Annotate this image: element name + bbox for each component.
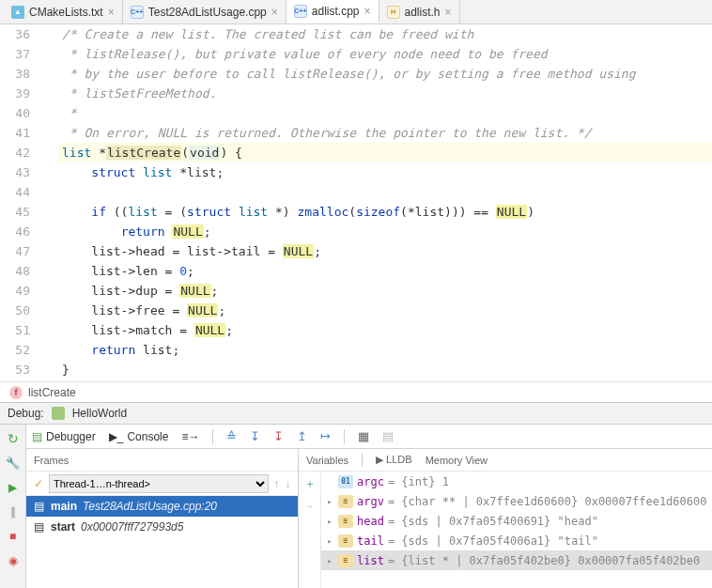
variable-row[interactable]: ▸≡list = {list * | 0x7fa05f402be0} 0x000… [321,550,712,570]
frames-title: Frames [26,449,298,472]
debugger-tab[interactable]: ▤ Debugger [32,430,96,443]
variable-row[interactable]: ▸≡head = {sds | 0x7fa05f400691} "head" [321,511,712,531]
code-line[interactable] [58,182,712,202]
frame-item[interactable]: ▤start 0x00007fff727993d5 [26,517,298,537]
code-line[interactable]: } [58,360,712,379]
show-exec-point-button[interactable]: ≙ [226,429,237,443]
fold-gutter [38,24,58,381]
mute-bp-button[interactable]: ▤ [382,429,394,443]
code-line[interactable]: /* Create a new list. The created list c… [58,24,712,44]
tab-label: CMakeLists.txt [29,6,103,19]
breakpoints-button[interactable]: ◉ [5,552,22,569]
check-icon: ✓ [32,477,45,490]
memory-view-tab[interactable]: Memory View [426,455,488,466]
code-line[interactable]: list *listCreate(void) { [58,143,712,162]
remove-watch-button[interactable]: － [302,498,318,515]
run-to-cursor-button[interactable]: ↦ [320,429,331,443]
code-line[interactable]: * listRelease(), but private value of ev… [58,44,712,64]
line-gutter: 363738394041424344454647484950515253 [0,24,38,381]
stop-button[interactable]: ■ [5,528,22,545]
code-area[interactable]: /* Create a new list. The created list c… [58,24,712,381]
code-line[interactable]: * by the user before to call listRelease… [58,64,712,84]
step-out-button[interactable]: ↥ [297,429,307,443]
close-icon[interactable]: × [271,6,278,19]
lldb-tab[interactable]: LLDB [386,454,412,465]
cpp-icon: C++ [294,5,307,18]
variable-row[interactable]: 01argc = {int} 1 [321,472,712,491]
code-line[interactable]: list->head = list->tail = NULL; [58,241,712,261]
stack-icon: ▤ [32,520,45,534]
variable-row[interactable]: ▸≡tail = {sds | 0x7fa05f4006a1} "tail" [321,531,712,550]
step-into-button[interactable]: ↧ [273,429,284,443]
type-chip-icon: 01 [338,475,353,488]
stack-icon: ▤ [32,500,45,513]
console-tab[interactable]: ▶_ Console [109,430,169,443]
expand-icon[interactable]: ▸ [325,497,334,506]
type-chip-icon: ≡ [338,495,353,508]
breadcrumb-label: listCreate [28,386,76,399]
tab-label: adlist.cpp [312,5,360,18]
settings-button[interactable]: 🔧 [5,455,22,472]
debug-panel: ↻ 🔧 ▶ ∥ ■ ◉ ▤ Debugger ▶_ Console ≡→ ≙ ↧… [0,425,712,588]
editor-tabbar: ▲ CMakeLists.txt × C++ Test28AdListUsage… [0,0,712,24]
cmake-icon: ▲ [11,6,24,19]
close-icon[interactable]: × [108,6,115,19]
function-icon: f [9,386,23,399]
breadcrumb: f listCreate [0,381,712,402]
code-line[interactable]: * On error, NULL is returned. Otherwise … [58,123,712,143]
code-line[interactable]: list->free = NULL; [58,301,712,320]
expand-icon[interactable]: ▸ [325,556,334,565]
thread-selector[interactable]: Thread-1…n-thread> [49,474,269,493]
debug-label: Debug: [8,407,44,420]
debug-tabs: ▤ Debugger ▶_ Console ≡→ ≙ ↧ ↧ ↥ ↦ ▦ ▤ [26,425,712,449]
run-config-icon [52,407,65,420]
frame-up-button[interactable]: ↑ [272,476,281,490]
variables-tree[interactable]: 01argc = {int} 1▸≡argv = {char ** | 0x7f… [321,472,712,588]
debug-config-name[interactable]: HelloWorld [72,407,127,420]
cpp-icon: C++ [131,6,144,19]
code-line[interactable]: * [58,103,712,123]
expand-icon[interactable]: ▸ [325,517,334,526]
debug-left-toolbar: ↻ 🔧 ▶ ∥ ■ ◉ [0,425,26,588]
code-line[interactable]: struct list *list; [58,162,712,182]
debug-toolwindow-header: Debug: HelloWorld [0,402,712,425]
type-chip-icon: ≡ [338,534,353,548]
variable-row[interactable]: ▸≡argv = {char ** | 0x7ffee1d60600} 0x00… [321,491,712,511]
add-watch-button[interactable]: ＋ [302,475,318,492]
close-icon[interactable]: × [445,6,452,19]
rerun-button[interactable]: ↻ [5,430,22,447]
resume-button[interactable]: ▶ [5,479,22,496]
variables-panel: Variables ▶ LLDB Memory View ＋ － 01argc … [299,449,712,588]
tab-adlist-h[interactable]: H adlist.h × [379,0,460,23]
code-line[interactable]: * listSetFreeMethod. [58,84,712,103]
thread-selector-row: ✓ Thread-1…n-thread> ↑ ↓ [26,472,298,496]
close-icon[interactable]: × [364,5,371,18]
tab-adlist-cpp[interactable]: C++ adlist.cpp × [286,0,379,23]
tab-label: adlist.h [405,6,441,19]
expand-icon[interactable]: ▸ [325,536,334,546]
tab-test28[interactable]: C++ Test28AdListUsage.cpp × [123,0,286,23]
frames-panel: Frames ✓ Thread-1…n-thread> ↑ ↓ ▤main Te… [26,449,299,588]
code-editor[interactable]: 363738394041424344454647484950515253 /* … [0,24,712,381]
type-chip-icon: ≡ [338,515,353,528]
vars-toolbar: ＋ － [299,472,321,588]
tab-label: Test28AdListUsage.cpp [148,6,267,19]
threads-button[interactable]: ≡→ [181,430,199,443]
code-line[interactable]: list->match = NULL; [58,320,712,340]
tab-cmake[interactable]: ▲ CMakeLists.txt × [4,0,123,23]
step-over-button[interactable]: ↧ [250,429,260,443]
code-line[interactable]: return list; [58,340,712,360]
variables-title: Variables [306,455,348,466]
pause-button[interactable]: ∥ [5,503,22,520]
type-chip-icon: ≡ [338,554,353,567]
variables-header: Variables ▶ LLDB Memory View [299,449,712,472]
code-line[interactable]: list->len = 0; [58,261,712,281]
code-line[interactable]: list->dup = NULL; [58,281,712,301]
evaluate-button[interactable]: ▦ [358,429,369,443]
code-line[interactable]: if ((list = (struct list *) zmalloc(size… [58,202,712,222]
header-icon: H [387,6,400,19]
frame-down-button[interactable]: ↓ [285,476,293,490]
frame-item[interactable]: ▤main Test28AdListUsage.cpp:20 [26,496,298,517]
code-line[interactable]: return NULL; [58,222,712,241]
debug-main: ▤ Debugger ▶_ Console ≡→ ≙ ↧ ↧ ↥ ↦ ▦ ▤ F… [26,425,712,588]
